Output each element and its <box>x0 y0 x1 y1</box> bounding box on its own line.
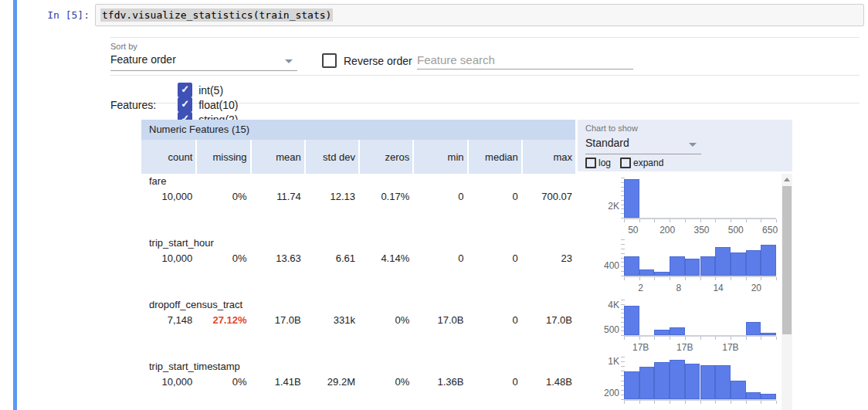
x-axis-tick-label: 8 <box>676 283 682 293</box>
chart-type-value: Standard <box>585 137 629 149</box>
feature-filter-checkbox[interactable] <box>178 83 192 97</box>
reverse-order-checkbox[interactable] <box>322 53 337 68</box>
histogram-bar[interactable] <box>731 381 746 399</box>
x-axis-minor-tick <box>776 401 777 404</box>
histogram-bar[interactable] <box>715 365 731 399</box>
histogram-bar[interactable] <box>670 360 685 399</box>
x-axis-minor-tick <box>776 337 777 340</box>
feature-stats-row: 10,0000%13.636.614.14%0023 <box>141 252 575 264</box>
stat-value: 13.63 <box>250 252 304 264</box>
histogram[interactable]: 4K50017B17B17B <box>593 300 780 352</box>
log-label: log <box>598 158 611 168</box>
histogram-bar[interactable] <box>715 247 731 276</box>
histogram-bar[interactable] <box>746 392 761 399</box>
histogram-bar[interactable] <box>670 256 685 276</box>
chart-type-dropdown[interactable]: Standard <box>585 137 701 154</box>
histogram-plot-area <box>624 178 776 219</box>
stat-value: 1.36B <box>412 376 466 388</box>
histogram-bar[interactable] <box>700 365 716 399</box>
expand-label: expand <box>633 158 663 168</box>
histogram-bar[interactable] <box>639 269 655 276</box>
y-axis-tick-label: 2K <box>593 201 619 212</box>
x-axis-tick-label: 17B <box>676 342 693 353</box>
x-axis-minor-tick <box>670 219 670 222</box>
code-text[interactable]: tfdv.visualize_statistics(train_stats) <box>100 8 333 22</box>
notebook-page: In [5]: tfdv.visualize_statistics(train_… <box>0 0 868 410</box>
x-axis-minor-tick <box>685 401 686 404</box>
stat-value: 11.74 <box>250 191 304 202</box>
histogram-bar[interactable] <box>761 245 776 276</box>
x-axis-tick-label: 17B <box>632 342 649 353</box>
x-axis-minor-tick <box>715 337 716 340</box>
stat-value: 29.2M <box>304 376 358 388</box>
sort-by-value: Feature order <box>110 53 176 66</box>
stat-value: 17.0B <box>521 314 575 326</box>
histogram-bar[interactable] <box>761 394 776 399</box>
histogram-bar[interactable] <box>685 259 700 276</box>
sort-by-dropdown[interactable]: Sort by Feature order <box>110 42 297 71</box>
scroll-up-arrow-icon[interactable] <box>784 178 790 181</box>
x-axis-minor-tick <box>624 219 625 222</box>
column-header: median <box>467 140 521 174</box>
x-axis-minor-tick <box>761 277 761 280</box>
column-header: count <box>141 140 195 174</box>
feature-stats-row: 10,0000%11.7412.130.17%00700.07 <box>141 191 575 202</box>
reverse-order-label: Reverse order <box>344 55 412 67</box>
active-cell-indicator <box>13 0 17 410</box>
stat-value: 27.12% <box>195 314 249 326</box>
histogram-bar[interactable] <box>746 250 761 276</box>
table-column-headers: countmissingmeanstd devzerosminmedianmax <box>141 140 575 174</box>
histogram-bar[interactable] <box>624 306 639 335</box>
feature-filter: float(10) <box>178 97 238 112</box>
expand-checkbox[interactable] <box>620 158 631 168</box>
feature-search-input[interactable] <box>417 51 633 69</box>
feature-filter: int(5) <box>178 83 238 97</box>
histogram-bar[interactable] <box>731 252 746 276</box>
log-checkbox[interactable] <box>585 158 596 168</box>
x-axis-tick-label: 200 <box>659 225 675 235</box>
x-axis-minor-tick <box>654 277 655 280</box>
histogram-bar[interactable] <box>624 179 639 218</box>
histogram-bar[interactable] <box>761 333 776 335</box>
stat-value: 0 <box>467 252 521 264</box>
histogram-bar[interactable] <box>746 322 761 335</box>
x-axis-tick-label: 17B <box>722 342 738 353</box>
chart-scrollbar[interactable] <box>782 174 792 410</box>
feature-filter-label: int(5) <box>198 84 223 97</box>
x-axis-minor-tick <box>670 401 670 404</box>
histogram-bar[interactable] <box>654 272 670 276</box>
y-axis-tick-label: 400 <box>593 260 619 271</box>
x-axis-minor-tick <box>761 401 761 404</box>
histogram-bar[interactable] <box>639 367 655 399</box>
column-header: max <box>521 140 575 174</box>
x-axis-minor-tick <box>700 401 701 404</box>
feature-filter-label: float(10) <box>198 99 238 111</box>
histogram-bar[interactable] <box>670 327 685 335</box>
scrollbar-thumb[interactable] <box>782 186 792 334</box>
feature-stats-row: 7,14827.12%17.0B331k0%17.0B017.0B <box>141 314 575 326</box>
histogram-plot-area <box>624 300 776 337</box>
histogram-bar[interactable] <box>624 256 639 276</box>
histogram[interactable]: 400281420 <box>593 239 780 293</box>
x-axis-minor-tick <box>700 219 701 222</box>
stat-value: 0 <box>467 376 521 388</box>
divider <box>110 37 860 38</box>
x-axis-minor-tick <box>670 277 670 280</box>
x-axis-minor-tick <box>700 337 701 340</box>
histogram-bar[interactable] <box>654 330 670 335</box>
stat-value: 0 <box>467 191 521 202</box>
x-axis-minor-tick <box>654 337 655 340</box>
code-cell-input[interactable]: tfdv.visualize_statistics(train_stats) <box>95 4 864 26</box>
histogram-bar[interactable] <box>654 362 670 399</box>
histogram[interactable]: 1K200 <box>593 357 780 410</box>
histogram[interactable]: 2K50200350500650 <box>593 178 780 235</box>
histogram-bar[interactable] <box>700 256 716 276</box>
feature-filter-checkbox[interactable] <box>178 97 192 112</box>
stat-value: 0% <box>358 314 412 326</box>
x-axis-minor-tick <box>654 219 655 222</box>
stat-value: 0 <box>412 252 466 264</box>
histogram-bar[interactable] <box>624 371 639 399</box>
y-axis-tick-label: 1K <box>593 356 619 367</box>
histogram-bar[interactable] <box>685 364 700 399</box>
x-axis-minor-tick <box>715 277 716 280</box>
